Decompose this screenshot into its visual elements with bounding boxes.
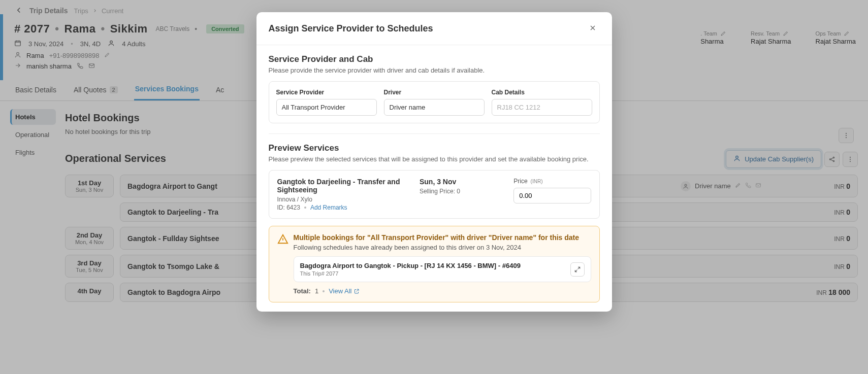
add-remarks-link[interactable]: Add Remarks [310,204,347,211]
close-button[interactable] [586,21,600,36]
external-link-icon [353,288,360,294]
assign-provider-modal: Assign Service Provider to Schedules Ser… [256,12,612,312]
service-provider-label: Service Provider [276,89,377,96]
preview-selling: Selling Price: 0 [420,188,506,195]
warning-icon [277,233,288,246]
schedule-trip: This Trip# 2077 [300,270,521,277]
preview-vehicle: Innova / Xylo [277,196,412,203]
preview-id: ID: 6423 [277,204,300,211]
service-provider-input[interactable] [276,99,377,116]
modal-title: Assign Service Provider to Schedules [269,23,433,34]
section-preview-sub: Please preview the selected services tha… [269,155,600,163]
price-currency: (INR) [531,179,543,184]
expand-icon [574,266,581,273]
expand-button[interactable] [570,262,585,277]
driver-input[interactable] [384,99,485,116]
cab-details-label: Cab Details [492,89,592,96]
warning-title: Multiple bookings for "All Transport Pro… [294,233,591,242]
modal-overlay: Assign Service Provider to Schedules Ser… [0,0,868,374]
preview-date: Sun, 3 Nov [420,178,506,186]
warning-panel: Multiple bookings for "All Transport Pro… [269,226,600,302]
price-input[interactable] [513,188,591,203]
total-label: Total: [294,287,311,295]
section-provider-sub: Please provide the service provider with… [269,66,600,74]
conflicting-schedule-item: Bagdogra Airport to Gangtok - Pickup - [… [294,256,591,282]
view-all-link[interactable]: View All [329,287,360,295]
schedule-name: Bagdogra Airport to Gangtok - Pickup - [… [300,262,521,269]
preview-service-name: Gangtok to Darjeeling - Transfer and Sig… [277,178,412,194]
total-count: 1 [315,287,318,295]
cab-details-input[interactable] [492,99,592,116]
section-preview-title: Preview Services [269,143,600,153]
driver-label: Driver [384,89,485,96]
close-icon [589,24,597,32]
warning-subtitle: Following schedules have already been as… [294,244,591,251]
preview-service-card: Gangtok to Darjeeling - Transfer and Sig… [269,170,600,219]
price-label: Price [513,178,527,185]
section-provider-title: Service Provider and Cab [269,54,600,64]
